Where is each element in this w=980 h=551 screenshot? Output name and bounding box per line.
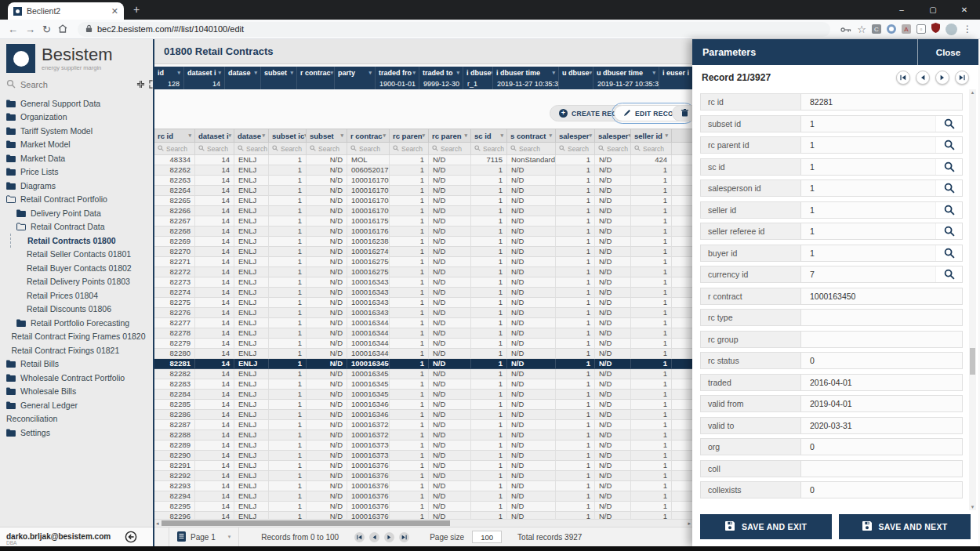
delete-record-button[interactable]: DELETE RECORD [672, 105, 692, 121]
column-filter-input[interactable]: Search [234, 143, 269, 155]
parent-column-header-party[interactable]: party▾ [335, 67, 376, 78]
tab-close-icon[interactable]: ✕ [111, 6, 118, 16]
first-record-button[interactable] [896, 71, 910, 85]
table-row[interactable]: 8229114ENLJ1N/D10001637631N/D1N/D1N/D1 [154, 461, 692, 471]
sidebar-item-delivery-point-data[interactable]: Delivery Point Data [0, 206, 153, 220]
window-minimize-button[interactable]: – [886, 0, 917, 20]
next-page-button[interactable] [384, 532, 394, 542]
save-and-exit-button[interactable]: SAVE AND EXIT [700, 514, 832, 539]
window-maximize-button[interactable]: ▢ [917, 0, 949, 20]
sidebar-item-wholesale-contract-portfolio[interactable]: Wholesale Contract Portfolio [0, 371, 153, 385]
sidebar-item-general-ledger[interactable]: General Ledger [0, 398, 153, 412]
table-row[interactable]: 8228814ENLJ1N/D10001637291N/D1N/D1N/D1 [154, 430, 692, 440]
column-header-subset[interactable]: subset▾ [307, 129, 347, 143]
field-value-input[interactable]: 1 [801, 202, 935, 218]
window-close-button[interactable]: ✕ [949, 0, 980, 20]
column-header-rc-paren[interactable]: rc paren▾ [390, 129, 429, 143]
sidebar-item-market-data[interactable]: Market Data [0, 151, 153, 165]
field-value-input[interactable]: 7 [801, 266, 935, 282]
sidebar-item-retail-prices-01804[interactable]: Retail Prices 01804 [0, 288, 153, 303]
next-record-button[interactable] [935, 71, 949, 85]
scroll-left-icon[interactable]: ◂ [156, 520, 159, 527]
lookup-search-button[interactable] [935, 116, 962, 132]
column-header-seller-id[interactable]: seller id▾ [631, 129, 672, 143]
forward-button[interactable]: → [25, 24, 35, 34]
parent-column-header-u-dbuser-time[interactable]: u dbuser time▾ [593, 67, 659, 78]
lookup-search-button[interactable] [935, 223, 962, 239]
column-filter-input[interactable]: Search [195, 143, 234, 155]
table-row[interactable]: 8228614ENLJ1N/D10001634611N/D1N/D1N/D1 [154, 410, 692, 420]
extension-circle-icon[interactable] [887, 24, 896, 34]
table-row[interactable]: 8228914ENLJ1N/D10001637301N/D1N/D1N/D1 [154, 440, 692, 451]
key-icon[interactable] [840, 22, 851, 36]
extension-pdf-icon[interactable]: A [902, 24, 911, 34]
field-value-input[interactable]: 1 [801, 180, 935, 196]
sidebar-item-retail-delivery-points-01803[interactable]: Retail Delivery Points 01803 [0, 275, 153, 289]
table-row[interactable]: 8227314ENLJ1N/D10001634331N/D1N/D1N/D1 [154, 277, 692, 288]
table-row[interactable]: 8227414ENLJ1N/D10001634371N/D1N/D1N/D1 [154, 288, 692, 298]
lookup-search-button[interactable] [935, 137, 962, 153]
field-value-input[interactable]: 1000163450 [801, 288, 962, 304]
field-value-input[interactable]: 2019-04-01 [801, 396, 962, 411]
field-value-input[interactable]: 2020-03-31 [801, 418, 962, 433]
prev-page-button[interactable] [369, 532, 379, 542]
field-value-input[interactable]: 1 [801, 223, 935, 239]
table-row[interactable]: 8226714ENLJ1N/D10001617591N/D1N/D1N/D1 [154, 216, 692, 227]
sidebar-item-retail-portfolio-forecasting[interactable]: Retail Portfolio Forecasting [0, 316, 153, 330]
table-row[interactable]: 8228414ENLJ1N/D10001634591N/D1N/D1N/D1 [154, 390, 692, 400]
column-header-datase[interactable]: datase▾ [234, 129, 269, 143]
column-header-dataset-i[interactable]: dataset i▾ [195, 129, 234, 143]
field-value-input[interactable] [801, 461, 962, 477]
profile-avatar[interactable] [946, 24, 957, 35]
sidebar-item-reconciliation[interactable]: Reconciliation [0, 412, 153, 426]
column-filter-input[interactable]: Search [631, 143, 672, 155]
table-row[interactable]: 8226614ENLJ1N/D10001617091N/D1N/D1N/D1 [154, 206, 692, 216]
column-header-subset-ic[interactable]: subset ic▾ [269, 129, 307, 143]
sidebar-item-retail-seller-contacts-01801[interactable]: Retail Seller Contacts 01801 [0, 248, 153, 262]
browser-tab[interactable]: Beclient2 ✕ [8, 2, 124, 20]
sidebar-item-tariff-system-model[interactable]: Tariff System Model [0, 124, 153, 138]
table-row[interactable]: 8229014ENLJ1N/D10001637321N/D1N/D1N/D1 [154, 451, 692, 461]
column-header-rc-paren[interactable]: rc paren▾ [429, 129, 471, 143]
address-bar[interactable]: bec2.besistem.com/#/list/1040100/edit [78, 22, 830, 37]
table-row[interactable]: 8228314ENLJ1N/D10001634571N/D1N/D1N/D1 [154, 379, 692, 390]
column-header-salesper[interactable]: salesper▾ [556, 129, 595, 143]
field-value-input[interactable]: 0 [801, 439, 962, 455]
column-filter-input[interactable]: Search [307, 143, 347, 155]
field-value-input[interactable]: 1 [801, 116, 935, 132]
table-row[interactable]: 8228714ENLJ1N/D10001637281N/D1N/D1N/D1 [154, 420, 692, 430]
parent-column-header-dataset-i[interactable]: dataset i▾ [184, 67, 225, 78]
parent-column-header-i-dbuser-time[interactable]: i dbuser time▾ [493, 67, 559, 78]
scroll-down-icon[interactable]: ▼ [969, 505, 976, 509]
sidebar-item-retail-bills[interactable]: Retail Bills [0, 357, 153, 372]
sidebar-item-retail-contract-fixings-01821[interactable]: Retail Contract Fixings 01821 [0, 343, 153, 357]
field-value-input[interactable]: 1 [801, 159, 935, 175]
parent-column-header-id[interactable]: id▾ [154, 67, 184, 78]
table-row[interactable]: 8229514ENLJ1N/D10001637681N/D1N/D1N/D1 [154, 502, 692, 512]
sidebar-item-market-model[interactable]: Market Model [0, 138, 153, 152]
sidebar-item-retail-contract-fixing-frames-01820[interactable]: Retail Contract Fixing Frames 01820 [0, 330, 153, 344]
lookup-search-button[interactable] [935, 266, 962, 282]
sidebar-item-general-support-data[interactable]: General Support Data [0, 96, 153, 111]
sidebar-item-price-lists[interactable]: Price Lists [0, 165, 153, 179]
table-row[interactable]: 8229314ENLJ1N/D10001637661N/D1N/D1N/D1 [154, 481, 692, 491]
sidebar-item-settings[interactable]: Settings [0, 426, 153, 440]
field-value-input[interactable] [801, 310, 962, 325]
lookup-search-button[interactable] [935, 202, 962, 218]
column-header-sc-id[interactable]: sc id▾ [471, 129, 507, 143]
field-value-input[interactable]: 82281 [801, 94, 962, 110]
sidebar-item-wholesale-bills[interactable]: Wholesale Bills [0, 385, 153, 399]
sidebar-item-diagrams[interactable]: Diagrams [0, 179, 153, 193]
table-row[interactable]: 4833414ENLJ1N/DMOL1N/D7115NonStandard1N/… [154, 155, 692, 165]
panel-scrollbar-thumb[interactable] [970, 348, 975, 375]
last-page-button[interactable] [399, 532, 409, 542]
sidebar-item-organization[interactable]: Organization [0, 111, 153, 125]
table-row[interactable]: 8227714ENLJ1N/D10001634441N/D1N/D1N/D1 [154, 318, 692, 328]
search-input[interactable] [20, 80, 132, 89]
sidebar-item-retail-contract-portfolio[interactable]: Retail Contract Portfolio [0, 193, 153, 207]
column-filter-input[interactable]: Search [269, 143, 307, 155]
table-row[interactable]: 8227514ENLJ1N/D10001634381N/D1N/D1N/D1 [154, 298, 692, 308]
table-row[interactable]: 8228014ENLJ1N/D10001634491N/D1N/D1N/D1 [154, 349, 692, 359]
parent-column-header-u-dbuse[interactable]: u dbuse▾ [559, 67, 593, 78]
horizontal-scrollbar[interactable]: ◂ ▸ [154, 519, 692, 527]
